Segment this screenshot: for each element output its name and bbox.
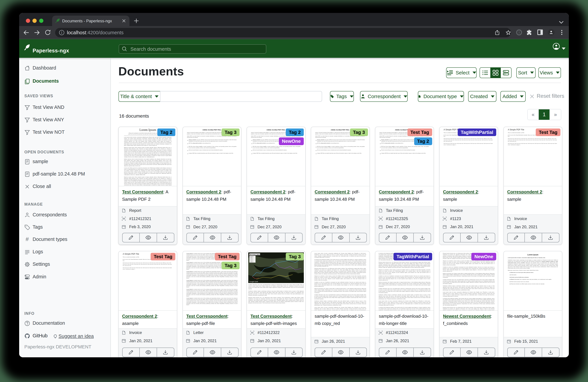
svg-text:Google Earth: Google Earth	[250, 281, 258, 282]
svg-text:△ Day 5: △ Day 5	[250, 262, 253, 263]
svg-text:△ Day 3: △ Day 3	[250, 260, 253, 261]
svg-text:△ Day 1: △ Day 1	[250, 258, 253, 259]
svg-text:△ Day 4: △ Day 4	[250, 261, 253, 262]
svg-text:Legend: Legend	[250, 256, 253, 258]
svg-text:△ Day 2: △ Day 2	[250, 259, 253, 260]
svg-text:Boundary Waters Trip: Boundary Waters Trip	[250, 254, 264, 255]
